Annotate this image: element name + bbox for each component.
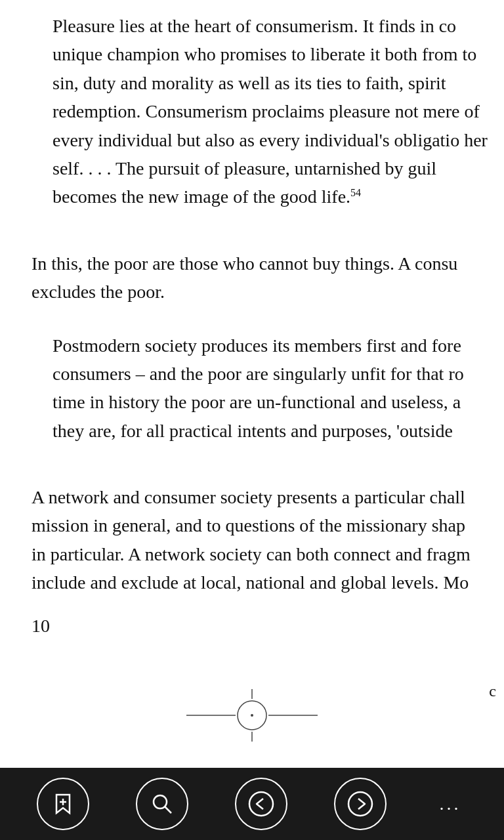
- page-content: Pleasure lies at the heart of consumeris…: [0, 0, 504, 840]
- bottom-navigation: ...: [0, 768, 504, 840]
- section-poor: In this, the poor are those who cannot b…: [0, 236, 504, 306]
- paragraph-network: A network and consumer society presents …: [32, 483, 472, 597]
- bookmark-icon: [50, 791, 76, 817]
- block-quote-1: Pleasure lies at the heart of consumeris…: [0, 0, 504, 236]
- back-icon: [248, 791, 274, 817]
- footnote-54: 54: [350, 187, 361, 198]
- block-quote-2-text: Postmodern society produces its members …: [52, 331, 491, 446]
- search-button[interactable]: [136, 778, 188, 830]
- section-network: A network and consumer society presents …: [0, 470, 504, 597]
- svg-point-5: [251, 714, 253, 717]
- right-c-char: c: [489, 682, 496, 700]
- search-icon: [149, 791, 175, 817]
- svg-point-15: [348, 792, 372, 816]
- svg-line-13: [165, 807, 171, 813]
- crosshair-svg: [186, 689, 318, 742]
- paragraph-poor: In this, the poor are those who cannot b…: [32, 249, 472, 306]
- forward-icon: [347, 791, 373, 817]
- more-options-button[interactable]: ...: [433, 793, 468, 814]
- block-quote-2: Postmodern society produces its members …: [0, 325, 504, 471]
- block-quote-1-text: Pleasure lies at the heart of consumeris…: [52, 12, 491, 211]
- forward-button[interactable]: [334, 778, 387, 830]
- bookmark-button[interactable]: [37, 778, 89, 830]
- page-number-10: 10: [0, 616, 504, 637]
- page-break: [0, 663, 504, 768]
- back-button[interactable]: [235, 778, 287, 830]
- svg-point-14: [249, 792, 273, 816]
